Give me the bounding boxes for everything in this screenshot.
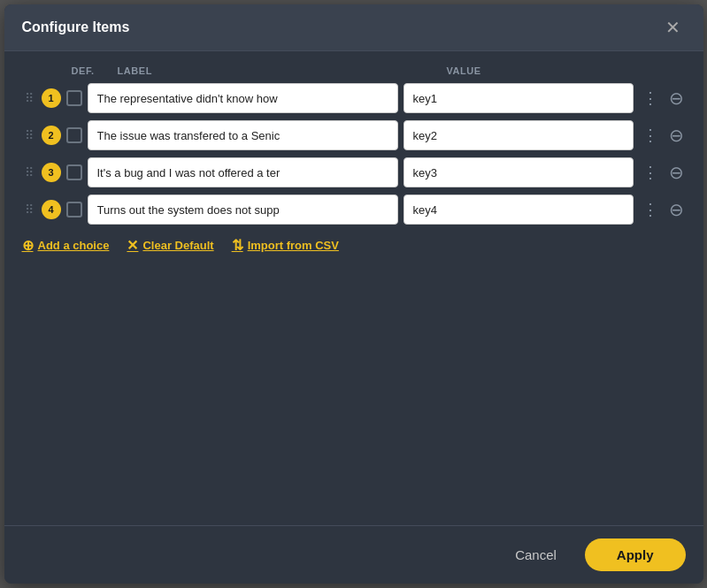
import-icon: ⇅ — [232, 237, 243, 254]
add-choice-button[interactable]: ⊕ Add a choice — [22, 237, 110, 254]
more-options-button[interactable]: ⋮ — [639, 127, 662, 143]
row-number: 3 — [42, 163, 61, 182]
dialog-title: Configure Items — [22, 19, 130, 35]
cancel-button[interactable]: Cancel — [497, 538, 574, 571]
label-input[interactable] — [88, 195, 398, 225]
column-headers: DEF. LABEL VALUE — [22, 65, 686, 76]
drag-handle-icon[interactable]: ⠿ — [22, 165, 36, 179]
rows-container: ⠿ 1 ⋮ ⊖ ⠿ 2 ⋮ ⊖ ⠿ 3 ⋮ ⊖ ⠿ 4 — [22, 83, 686, 225]
row-number: 4 — [42, 200, 61, 219]
table-row: ⠿ 1 ⋮ ⊖ — [22, 83, 686, 113]
default-checkbox[interactable] — [66, 202, 82, 218]
dialog-body: DEF. LABEL VALUE ⠿ 1 ⋮ ⊖ ⠿ 2 ⋮ ⊖ ⠿ 3 ⋮ — [4, 51, 703, 525]
value-input[interactable] — [403, 157, 634, 187]
remove-row-button[interactable]: ⊖ — [667, 164, 686, 181]
remove-row-button[interactable]: ⊖ — [667, 201, 686, 218]
apply-button[interactable]: Apply — [585, 538, 686, 571]
actions-row: ⊕ Add a choice ✕ Clear Default ⇅ Import … — [22, 237, 686, 254]
more-options-button[interactable]: ⋮ — [639, 90, 662, 106]
label-input[interactable] — [88, 157, 398, 187]
value-input[interactable] — [403, 83, 634, 113]
label-input[interactable] — [88, 120, 398, 150]
drag-handle-icon[interactable]: ⠿ — [22, 128, 36, 142]
clear-default-button[interactable]: ✕ Clear Default — [127, 237, 213, 254]
more-options-button[interactable]: ⋮ — [639, 202, 662, 218]
label-input[interactable] — [88, 83, 398, 113]
row-number: 1 — [42, 88, 61, 108]
col-value-header: VALUE — [447, 65, 686, 76]
col-label-header: LABEL — [118, 65, 447, 76]
x-icon: ✕ — [127, 237, 138, 254]
table-row: ⠿ 2 ⋮ ⊖ — [22, 120, 686, 150]
import-csv-button[interactable]: ⇅ Import from CSV — [232, 237, 339, 254]
value-input[interactable] — [403, 195, 634, 225]
drag-handle-icon[interactable]: ⠿ — [22, 91, 36, 105]
dialog-header: Configure Items ✕ — [4, 4, 703, 51]
default-checkbox[interactable] — [66, 127, 82, 143]
plus-circle-icon: ⊕ — [22, 237, 34, 254]
table-row: ⠿ 3 ⋮ ⊖ — [22, 157, 686, 187]
table-row: ⠿ 4 ⋮ ⊖ — [22, 195, 686, 225]
close-button[interactable]: ✕ — [660, 17, 686, 38]
remove-row-button[interactable]: ⊖ — [667, 126, 686, 144]
value-input[interactable] — [403, 120, 634, 150]
default-checkbox[interactable] — [66, 164, 82, 180]
more-options-button[interactable]: ⋮ — [639, 164, 662, 180]
default-checkbox[interactable] — [66, 90, 82, 106]
remove-row-button[interactable]: ⊖ — [667, 89, 686, 107]
col-def-header: DEF. — [72, 65, 118, 76]
row-number: 2 — [42, 126, 61, 145]
drag-handle-icon[interactable]: ⠿ — [22, 202, 36, 217]
dialog-footer: Cancel Apply — [4, 525, 703, 584]
configure-items-dialog: Configure Items ✕ DEF. LABEL VALUE ⠿ 1 ⋮… — [4, 4, 703, 584]
